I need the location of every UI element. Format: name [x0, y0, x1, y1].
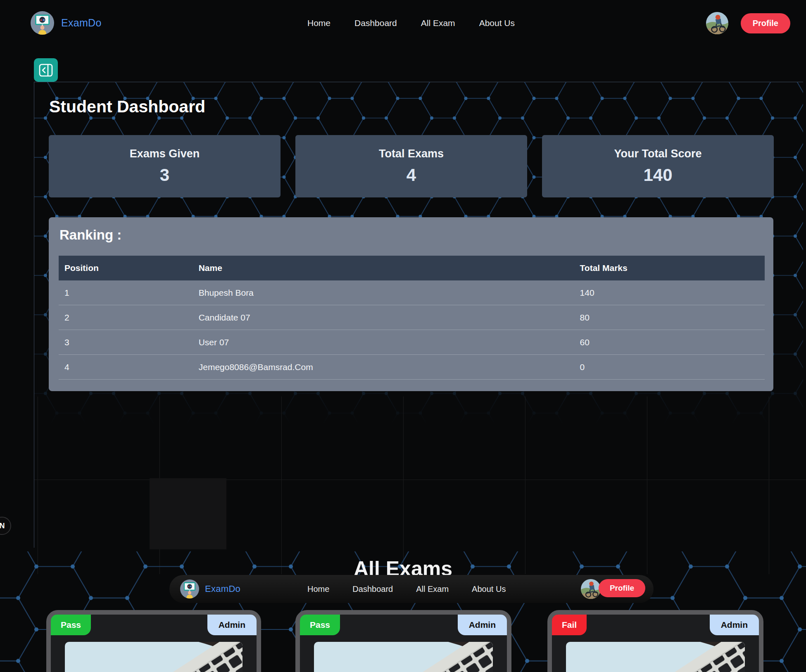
dashboard-panel: Student Dashboard Exams Given 3 Total Ex…	[34, 82, 803, 548]
nav-link-home[interactable]: Home	[307, 18, 330, 28]
exam-thumbnail-image	[65, 642, 243, 672]
examdo-logo-icon	[31, 11, 54, 35]
ranking-title: Ranking :	[59, 227, 121, 243]
user-avatar[interactable]	[706, 12, 728, 34]
table-row: 3 User 07 60	[59, 330, 765, 355]
stat-card-total-score: Your Total Score 140	[542, 135, 774, 197]
table-header-row: Position Name Total Marks	[59, 256, 765, 280]
nav-link-all-exam[interactable]: All Exam	[416, 584, 449, 594]
ranking-panel: Ranking : Position Name Total Marks 1 Bh…	[49, 217, 773, 391]
navbar-right-controls: Profile	[706, 0, 790, 46]
main-nav: Home Dashboard All Exam About Us	[307, 0, 515, 46]
profile-button[interactable]: Profile	[741, 13, 790, 33]
stat-card-total-exams: Total Exams 4	[295, 135, 527, 197]
examdo-logo-icon	[180, 579, 199, 598]
cell-marks: 80	[574, 313, 765, 323]
brand-name[interactable]: ExamDo	[61, 17, 102, 29]
stat-card-exams-given: Exams Given 3	[49, 135, 281, 197]
exam-card[interactable]: Pass Admin	[295, 610, 511, 672]
sidebar-toggle-button[interactable]	[34, 58, 58, 82]
table-row: 2 Candidate 07 80	[59, 305, 765, 330]
column-header-name: Name	[193, 263, 574, 273]
exam-thumbnail-image	[314, 642, 493, 672]
top-navbar: ExamDo Home Dashboard All Exam About Us …	[0, 0, 806, 46]
cell-name: User 07	[193, 337, 574, 347]
status-badge: Fail	[552, 615, 587, 635]
brand-logo-group[interactable]: ExamDo	[31, 11, 102, 35]
nav-link-dashboard[interactable]: Dashboard	[352, 584, 393, 594]
cell-position: 2	[59, 313, 193, 323]
cell-position: 4	[59, 362, 193, 372]
page-title: Student Dashboard	[49, 97, 205, 116]
nav-link-about-us[interactable]: About Us	[479, 18, 515, 28]
user-avatar[interactable]	[581, 579, 601, 599]
cell-marks: 0	[574, 362, 765, 372]
ranking-table: Position Name Total Marks 1 Bhupesh Bora…	[59, 256, 765, 380]
stat-value: 4	[407, 165, 416, 185]
nav-link-dashboard[interactable]: Dashboard	[354, 18, 397, 28]
cell-name: Bhupesh Bora	[193, 288, 574, 298]
column-header-position: Position	[59, 263, 193, 273]
nav-link-all-exam[interactable]: All Exam	[421, 18, 455, 28]
panel-collapse-left-icon	[39, 64, 53, 77]
exam-card[interactable]: Fail Admin	[547, 610, 763, 672]
brand-logo-group[interactable]: ExamDo	[180, 579, 240, 598]
column-header-total-marks: Total Marks	[574, 263, 765, 273]
floating-navbar: ExamDo Home Dashboard All Exam About Us …	[169, 575, 654, 603]
stat-label: Your Total Score	[614, 147, 701, 160]
main-nav: Home Dashboard All Exam About Us	[307, 575, 506, 603]
nav-link-home[interactable]: Home	[307, 584, 329, 594]
table-row: 1 Bhupesh Bora 140	[59, 280, 765, 305]
admin-badge: Admin	[207, 615, 257, 635]
cell-position: 1	[59, 288, 193, 298]
stat-label: Exams Given	[130, 147, 200, 160]
exam-card[interactable]: Pass Admin	[46, 610, 261, 672]
cell-marks: 60	[574, 337, 765, 347]
cell-marks: 140	[574, 288, 765, 298]
profile-button[interactable]: Profile	[599, 579, 645, 597]
stat-label: Total Exams	[379, 147, 444, 160]
cell-name: Candidate 07	[193, 313, 574, 323]
admin-badge: Admin	[458, 615, 507, 635]
stats-row: Exams Given 3 Total Exams 4 Your Total S…	[49, 135, 774, 197]
nav-link-about-us[interactable]: About Us	[472, 584, 506, 594]
admin-badge: Admin	[710, 615, 759, 635]
status-badge: Pass	[51, 615, 91, 635]
exam-thumbnail-image	[566, 642, 745, 672]
stat-value: 140	[643, 165, 672, 185]
stat-value: 3	[160, 165, 169, 185]
table-row: 4 Jemego8086@Bamsrad.Com 0	[59, 355, 765, 380]
brand-name[interactable]: ExamDo	[205, 584, 240, 594]
status-badge: Pass	[300, 615, 340, 635]
cell-name: Jemego8086@Bamsrad.Com	[193, 362, 574, 372]
cell-position: 3	[59, 337, 193, 347]
